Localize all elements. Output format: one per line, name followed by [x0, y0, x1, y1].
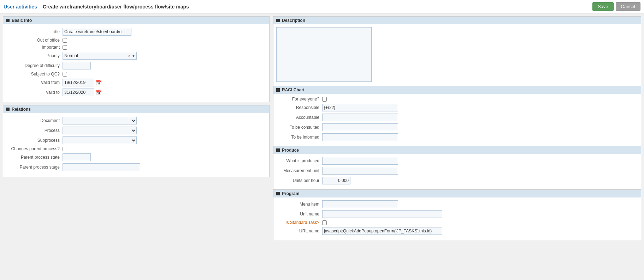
valid-to-label: Valid to	[6, 90, 63, 95]
parent-process-stage-label: Parent process stage	[6, 165, 63, 170]
for-everyone-label: For everyone?	[276, 97, 322, 102]
subprocess-label: Subprocess	[6, 138, 63, 143]
relations-icon	[6, 108, 10, 111]
units-per-hour-label: Units per hour	[276, 178, 322, 183]
subprocess-row: Subprocess	[6, 136, 266, 144]
produce-panel: Produce What is produced Mesasurement un…	[273, 146, 641, 190]
is-standard-task-checkbox[interactable]	[322, 220, 327, 225]
produce-header: Produce	[273, 146, 641, 154]
unit-name-row: Unit name	[276, 210, 638, 218]
produce-icon	[276, 148, 280, 152]
raci-icon	[276, 88, 280, 92]
responsible-label: Responsible	[276, 105, 322, 110]
save-button[interactable]: Save	[592, 2, 614, 11]
page-title: Create wireframe/storyboard/user flow/pr…	[43, 4, 189, 10]
to-be-consulted-input[interactable]	[322, 123, 398, 131]
priority-label: Priority	[6, 53, 63, 58]
valid-from-row: Valid from 📅	[6, 79, 266, 86]
what-is-produced-input[interactable]	[322, 157, 398, 165]
valid-from-label: Valid from	[6, 80, 63, 85]
description-textarea[interactable]	[276, 27, 372, 82]
description-header: Description	[273, 17, 641, 24]
units-per-hour-row: Units per hour	[276, 177, 638, 184]
changes-parent-row: Changes parent process?	[6, 146, 266, 151]
subject-to-qc-label: Subject to QC?	[6, 72, 63, 77]
changes-parent-label: Changes parent process?	[6, 146, 63, 151]
measurement-unit-row: Mesasurement unit	[276, 167, 638, 175]
to-be-informed-label: To be informed	[276, 135, 322, 140]
toolbar-actions: Save Cancel	[592, 2, 640, 11]
measurement-unit-input[interactable]	[322, 167, 398, 175]
valid-from-input[interactable]	[63, 79, 94, 86]
unit-name-input[interactable]	[322, 210, 442, 218]
program-panel: Program Menu item Unit name Is Standard …	[273, 190, 641, 240]
valid-to-input[interactable]	[63, 89, 94, 96]
parent-process-state-row: Parent process state	[6, 153, 266, 161]
priority-select[interactable]: Normal High Low	[63, 52, 137, 60]
changes-parent-checkbox[interactable]	[63, 147, 67, 151]
basic-info-header: Basic Info	[3, 17, 269, 24]
out-of-office-checkbox[interactable]	[63, 38, 67, 43]
valid-from-calendar-icon[interactable]: 📅	[96, 80, 102, 85]
to-be-informed-input[interactable]	[322, 133, 398, 141]
url-name-row: URL name	[276, 227, 638, 235]
important-checkbox[interactable]	[63, 45, 67, 50]
out-of-office-row: Out of office	[6, 38, 266, 43]
breadcrumb-link[interactable]: User activities	[4, 4, 37, 10]
measurement-unit-label: Mesasurement unit	[276, 168, 322, 173]
url-name-input[interactable]	[322, 227, 442, 235]
basic-info-panel: Basic Info Title Out of office Important	[3, 16, 270, 102]
priority-wrapper: Normal High Low × ▼	[63, 52, 137, 60]
accountable-input[interactable]	[322, 114, 398, 121]
process-select[interactable]	[63, 127, 137, 134]
for-everyone-checkbox[interactable]	[322, 97, 327, 102]
is-standard-task-row: Is Standard Task?	[276, 220, 638, 225]
document-row: Document	[6, 117, 266, 124]
cancel-button[interactable]: Cancel	[616, 2, 640, 11]
right-column: Description RACI Chart For everyone? R	[273, 16, 641, 275]
produce-body: What is produced Mesasurement unit Units…	[273, 154, 641, 189]
degree-difficulty-row: Degree of difficulty	[6, 62, 266, 69]
raci-panel: RACI Chart For everyone? Responsible Acc…	[273, 86, 641, 146]
priority-row: Priority Normal High Low × ▼	[6, 52, 266, 60]
title-input[interactable]	[63, 28, 131, 36]
important-row: Important	[6, 45, 266, 50]
description-body	[273, 24, 641, 86]
to-be-informed-row: To be informed	[276, 133, 638, 141]
degree-difficulty-input[interactable]	[63, 62, 91, 69]
produce-label: Produce	[282, 148, 299, 153]
what-is-produced-label: What is produced	[276, 158, 322, 163]
relations-panel: Relations Document Process	[3, 105, 270, 177]
parent-process-state-input[interactable]	[63, 153, 91, 161]
program-label: Program	[282, 191, 299, 196]
unit-name-label: Unit name	[276, 212, 322, 217]
is-standard-task-label: Is Standard Task?	[276, 220, 322, 225]
raci-label: RACI Chart	[282, 87, 305, 92]
program-body: Menu item Unit name Is Standard Task? UR…	[273, 197, 641, 240]
to-be-consulted-row: To be consulted	[276, 123, 638, 131]
menu-item-input[interactable]	[322, 200, 398, 208]
units-per-hour-input[interactable]	[322, 177, 350, 184]
to-be-consulted-label: To be consulted	[276, 125, 322, 130]
description-icon	[276, 19, 280, 22]
for-everyone-row: For everyone?	[276, 97, 638, 102]
breadcrumb: User activities Create wireframe/storybo…	[4, 4, 189, 10]
parent-process-stage-input[interactable]	[63, 163, 140, 171]
basic-info-body: Title Out of office Important Priority	[3, 24, 269, 102]
responsible-input[interactable]	[322, 104, 398, 111]
program-header: Program	[273, 190, 641, 197]
menu-item-label: Menu item	[276, 202, 322, 207]
responsible-row: Responsible	[276, 104, 638, 111]
priority-clear-icon[interactable]: ×	[128, 54, 130, 58]
subject-to-qc-checkbox[interactable]	[63, 72, 67, 77]
degree-difficulty-label: Degree of difficulty	[6, 63, 63, 68]
document-select[interactable]	[63, 117, 137, 124]
main-content: Basic Info Title Out of office Important	[0, 13, 644, 278]
valid-to-calendar-icon[interactable]: 📅	[96, 90, 102, 95]
valid-from-wrapper: 📅	[63, 79, 102, 86]
menu-item-row: Menu item	[276, 200, 638, 208]
process-row: Process	[6, 127, 266, 134]
description-label: Description	[282, 18, 305, 23]
valid-to-row: Valid to 📅	[6, 89, 266, 96]
subprocess-select[interactable]	[63, 136, 137, 144]
